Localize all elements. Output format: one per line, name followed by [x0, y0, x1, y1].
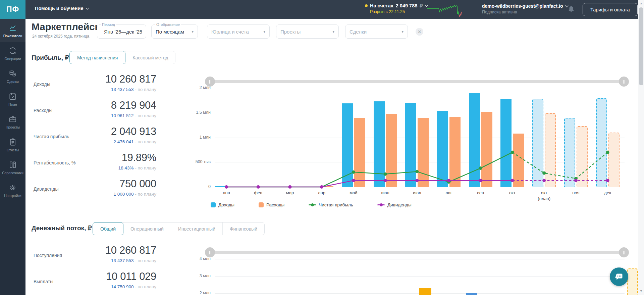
x-axis-tick-label: июл — [404, 190, 430, 196]
sidebar-item-план[interactable]: План — [0, 88, 25, 110]
scrollbar-thumb[interactable] — [639, 7, 643, 85]
sidebar-item-операции[interactable]: Операции — [0, 42, 25, 65]
scroll-down-arrow[interactable]: ▼ — [638, 288, 644, 294]
legend-item-дивиденды[interactable]: Дивиденды — [377, 202, 412, 207]
metric-plan-suffix: - по плану — [135, 139, 156, 144]
projects-filter[interactable]: Проекты ▾ — [276, 24, 339, 39]
y-axis-tick-label: 0 — [184, 184, 211, 189]
gear-icon — [8, 183, 17, 192]
slider-track[interactable] — [210, 80, 624, 83]
cashflow-type-tab[interactable]: Финансовый — [222, 223, 264, 235]
coins-check-icon — [8, 69, 17, 78]
books-icon — [8, 160, 17, 169]
metric-plan-value[interactable]: 18.43% — [118, 165, 134, 170]
cash-gap-warning[interactable]: Разрыв с 22.11.25 — [370, 9, 428, 14]
sidebar-item-показатели[interactable]: Показатели — [0, 19, 25, 42]
accounts-balance[interactable]: На счетах 2 049 788 ₽ Разрыв с 22.11.25 — [365, 3, 428, 14]
y-axis-tick-label: 2 млн — [184, 291, 211, 295]
x-axis-tick-label: авг — [435, 190, 462, 196]
sidebar-item-label: Настройки — [4, 194, 21, 198]
period-filter-value: Янв ’25—дек ’25 — [104, 29, 142, 35]
gridline — [215, 259, 625, 259]
sidebar-item-справочники[interactable]: Справочники — [0, 156, 25, 179]
profit-section-title: Прибыль, ₽ — [32, 54, 69, 61]
profit-method-tab[interactable]: Кассовый метод — [125, 51, 175, 64]
cashflow-type-tab[interactable]: Операционный — [123, 223, 171, 235]
cashflow-chart-range-slider[interactable] — [205, 247, 629, 257]
legal-entities-filter[interactable]: Юрлица и счета ▾ — [207, 24, 270, 39]
sidebar-item-отчёты[interactable]: Отчёты — [0, 133, 25, 156]
page-title: Маркетплейсы — [32, 21, 103, 33]
metric-plan-suffix: - по плану — [135, 258, 156, 263]
metric-plan-value[interactable]: 13 437 553 — [111, 87, 134, 92]
support-chat-button[interactable] — [610, 267, 628, 286]
x-axis-tick-label: дек — [594, 190, 621, 196]
help-menu[interactable]: Помощь и обучение — [35, 6, 89, 11]
y-axis-tick-label: 500 тыс — [184, 159, 211, 164]
chart-line-icon — [8, 23, 17, 32]
metric-plan-value[interactable]: 14 750 900 — [111, 284, 134, 289]
y-axis-tick-label: 2 млн — [184, 85, 211, 90]
slider-handle-right[interactable] — [619, 77, 629, 87]
chevron-down-icon — [86, 6, 89, 9]
page-scrollbar[interactable]: ▲ ▼ — [638, 0, 644, 295]
metric-plan-value[interactable]: 1 000 000 — [113, 192, 133, 197]
legend-line-marker — [377, 204, 385, 205]
legend-item-расходы[interactable]: Расходы — [259, 202, 284, 207]
profit-method-tab[interactable]: Метод начисления — [69, 51, 125, 64]
slider-track[interactable] — [210, 251, 624, 254]
display-mode-filter[interactable]: Отображение По месяцам ▾ — [151, 24, 198, 39]
projects-placeholder: Проекты — [280, 29, 301, 35]
sidebar-item-label: Справочники — [2, 171, 23, 175]
legend-item-доходы[interactable]: Доходы — [211, 202, 234, 207]
profit-metrics: Доходы10 260 81713 437 553 - по плануРас… — [32, 75, 156, 205]
y-axis-tick-label: 4 млн — [184, 256, 211, 261]
metric-fact-value: 10 260 817 — [105, 244, 156, 256]
legal-entities-placeholder: Юрлица и счета — [211, 29, 249, 35]
legend-label: Доходы — [218, 202, 234, 207]
bar-partial — [466, 293, 477, 295]
x-axis-tick-label: мар — [276, 190, 303, 196]
deals-filter[interactable]: Сделки ▾ — [345, 24, 408, 39]
dropdown-arrow-icon: ▾ — [332, 30, 334, 34]
cashflow-type-tab[interactable]: Инвестиционный — [171, 223, 222, 235]
profit-chart-legend: ДоходыРасходыЧистая прибыльДивиденды — [211, 202, 412, 207]
sidebar-item-проекты[interactable]: Проекты — [0, 110, 25, 133]
currency-sign: ₽ — [420, 3, 423, 8]
profit-chart-range-slider[interactable] — [205, 77, 629, 87]
display-mode-label: Отображение — [155, 22, 181, 27]
metric-plan-value[interactable]: 13 437 553 — [111, 258, 134, 263]
metric-plan-value[interactable]: 2 476 041 — [113, 139, 133, 144]
slider-handle-left[interactable] — [205, 247, 215, 257]
legend-swatch — [259, 202, 264, 207]
slider-handle-right[interactable] — [619, 247, 629, 257]
sidebar-item-label: Проекты — [6, 125, 20, 129]
x-axis-tick-label: апр — [308, 190, 335, 196]
legend-line-marker — [309, 204, 316, 205]
x-axis-tick-label: окт — [499, 190, 526, 196]
help-menu-label: Помощь и обучение — [35, 6, 84, 11]
balance-label: На счетах — [370, 3, 393, 8]
legend-item-чистая-прибыль[interactable]: Чистая прибыль — [309, 202, 353, 207]
scroll-up-arrow[interactable]: ▲ — [638, 0, 644, 6]
gridline — [215, 276, 625, 277]
cashflow-type-tab[interactable]: Общий — [93, 222, 123, 235]
metric-row: Поступления10 260 81713 437 553 - по пла… — [32, 246, 156, 272]
metric-fact-value: 10 260 817 — [105, 73, 156, 85]
y-axis-tick-label: 1 млн — [184, 135, 211, 140]
planfact-logo[interactable]: ПФ — [0, 0, 25, 19]
sidebar-item-label: Отчёты — [7, 148, 19, 152]
metric-plan-value[interactable]: 10 961 512 — [111, 113, 134, 118]
sidebar-item-сделки[interactable]: Сделки — [0, 65, 25, 88]
y-axis-tick-label: 3 млн — [184, 274, 211, 278]
notifications-bell-icon[interactable] — [567, 5, 576, 14]
period-filter[interactable]: Период Янв ’25—дек ’25 — [97, 24, 146, 39]
balance-value: 2 049 788 — [396, 3, 418, 8]
sidebar-item-настройки[interactable]: Настройки — [0, 179, 25, 202]
clear-filters-button[interactable]: ✕ — [416, 28, 423, 36]
dropdown-arrow-icon: ▾ — [192, 30, 194, 34]
tariffs-payment-button[interactable]: Тарифы и оплата — [583, 3, 638, 16]
profit-method-tabs: Метод начисленияКассовый метод — [69, 51, 175, 64]
account-menu[interactable]: demo-wildberries-guest@planfact.io Подпи… — [482, 3, 568, 14]
balance-sparkline-chart — [427, 4, 464, 17]
